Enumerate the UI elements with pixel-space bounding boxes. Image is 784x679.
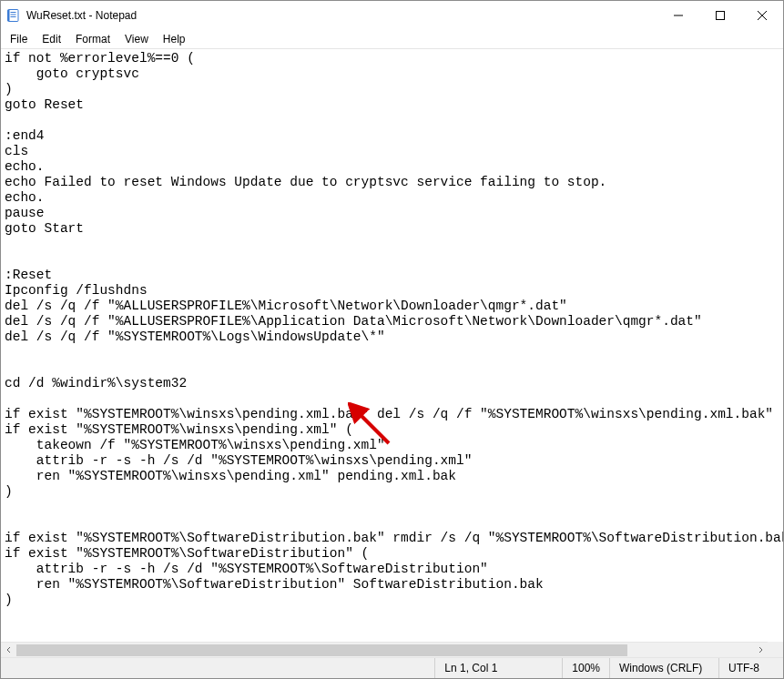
window-title: WuReset.txt - Notepad bbox=[26, 9, 657, 22]
scroll-corner bbox=[768, 642, 783, 657]
scrollbar-track[interactable] bbox=[16, 643, 752, 658]
status-line-ending: Windows (CRLF) bbox=[610, 658, 719, 678]
menu-help[interactable]: Help bbox=[156, 31, 193, 47]
scroll-right-icon[interactable] bbox=[752, 643, 768, 658]
window-controls bbox=[657, 1, 783, 30]
menu-format[interactable]: Format bbox=[68, 31, 117, 47]
close-icon bbox=[758, 11, 767, 20]
scrollbar-thumb[interactable] bbox=[16, 644, 627, 656]
text-editor[interactable]: if not %errorlevel%==0 ( goto cryptsvc )… bbox=[1, 49, 783, 642]
statusbar: Ln 1, Col 1 100% Windows (CRLF) UTF-8 bbox=[1, 657, 783, 678]
status-position: Ln 1, Col 1 bbox=[435, 658, 563, 678]
status-encoding: UTF-8 bbox=[719, 658, 783, 678]
titlebar[interactable]: WuReset.txt - Notepad bbox=[1, 1, 783, 30]
minimize-icon bbox=[674, 11, 683, 20]
menubar: File Edit Format View Help bbox=[1, 30, 783, 48]
menu-file[interactable]: File bbox=[3, 31, 35, 47]
close-button[interactable] bbox=[741, 1, 783, 30]
minimize-button[interactable] bbox=[657, 1, 699, 30]
svg-rect-6 bbox=[717, 12, 725, 20]
editor-area: if not %errorlevel%==0 ( goto cryptsvc )… bbox=[1, 48, 783, 657]
notepad-window: WuReset.txt - Notepad File Edit Format V… bbox=[0, 0, 784, 679]
scroll-left-icon[interactable] bbox=[1, 643, 16, 658]
notepad-icon bbox=[6, 8, 21, 23]
menu-view[interactable]: View bbox=[117, 31, 156, 47]
svg-rect-0 bbox=[8, 10, 18, 22]
maximize-button[interactable] bbox=[699, 1, 741, 30]
svg-rect-4 bbox=[7, 10, 10, 22]
status-spacer bbox=[1, 658, 435, 678]
horizontal-scrollbar[interactable] bbox=[1, 642, 768, 657]
status-zoom: 100% bbox=[563, 658, 610, 678]
maximize-icon bbox=[716, 11, 725, 20]
menu-edit[interactable]: Edit bbox=[35, 31, 68, 47]
